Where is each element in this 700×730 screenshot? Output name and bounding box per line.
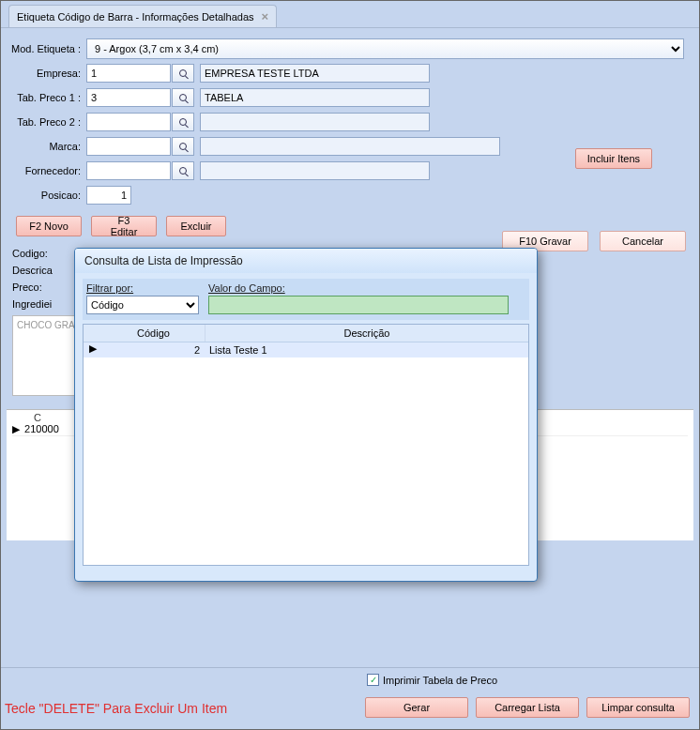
grid-col-code: C [34, 412, 41, 423]
active-tab[interactable]: Etiqueta Código de Barra - Informações D… [8, 5, 277, 27]
col-codigo-header: Código [102, 325, 205, 342]
col-descricao-header: Descrição [205, 325, 528, 342]
tab-preco1-label: Tab. Preco 1 : [7, 92, 86, 103]
search-icon [179, 69, 187, 77]
filtrar-por-label: Filtrar por: [86, 282, 199, 294]
tab-preco1-input[interactable] [86, 88, 171, 107]
dialog-title: Consulta de Lista de Impressão [75, 249, 537, 273]
tab-preco2-desc [200, 113, 430, 131]
excluir-button[interactable]: Excluir [166, 216, 226, 236]
search-icon [179, 94, 187, 101]
imprimir-tabela-label: Imprimir Tabela de Preco [383, 675, 497, 686]
mod-etiqueta-label: Mod. Etiqueta : [7, 43, 86, 54]
tab-title: Etiqueta Código de Barra - Informações D… [17, 11, 254, 23]
valor-campo-label: Valor do Campo: [208, 282, 525, 294]
fornecedor-label: Fornecedor: [7, 165, 86, 176]
search-icon [179, 167, 187, 175]
codigo-label: Codigo: [12, 248, 78, 259]
posicao-label: Posicao: [7, 190, 86, 201]
marca-lookup-button[interactable] [172, 137, 194, 156]
consulta-lista-dialog: Consulta de Lista de Impressão Filtrar p… [74, 248, 538, 582]
incluir-itens-button[interactable]: Incluir Itens [575, 148, 652, 169]
fornecedor-lookup-button[interactable] [172, 161, 194, 180]
descricao-label: Descrica [12, 265, 78, 276]
fornecedor-desc [200, 161, 430, 180]
empresa-input[interactable] [86, 64, 171, 83]
gerar-button[interactable]: Gerar [365, 697, 468, 718]
tab-preco1-lookup-button[interactable] [172, 88, 194, 107]
empresa-label: Empresa: [7, 68, 86, 79]
ingredientes-label: Ingrediei [12, 298, 78, 310]
filtrar-por-select[interactable]: Código [86, 296, 199, 314]
f3-editar-button[interactable]: F3 Editar [91, 216, 157, 236]
empresa-desc [200, 64, 430, 83]
delete-hint: Tecle "DELETE" Para Excluir Um Item [5, 701, 227, 716]
tab-preco2-lookup-button[interactable] [172, 113, 194, 131]
posicao-input[interactable] [86, 186, 131, 205]
cell-descricao: Lista Teste 1 [205, 342, 528, 357]
marca-label: Marca: [7, 141, 86, 152]
marca-input[interactable] [86, 137, 171, 156]
valor-campo-input[interactable] [208, 296, 509, 314]
empresa-lookup-button[interactable] [172, 64, 194, 83]
search-icon [179, 118, 187, 126]
row-marker-icon: ▶ [84, 342, 102, 357]
grid-cell-code: 210000 [24, 423, 59, 434]
mod-etiqueta-select[interactable]: 9 - Argox (3,7 cm x 3,4 cm) [86, 38, 684, 59]
tab-preco2-label: Tab. Preco 2 : [7, 116, 86, 128]
preco-label: Preco: [12, 281, 78, 293]
tab-preco2-input[interactable] [86, 113, 171, 131]
carregar-lista-button[interactable]: Carregar Lista [476, 697, 579, 718]
cell-codigo: 2 [102, 342, 205, 357]
cancelar-button[interactable]: Cancelar [600, 231, 686, 251]
imprimir-tabela-checkbox[interactable]: ✓ [367, 674, 379, 686]
row-marker-icon: ▶ [12, 423, 22, 435]
f2-novo-button[interactable]: F2 Novo [16, 216, 82, 236]
search-icon [179, 143, 187, 150]
tab-preco1-desc [200, 88, 430, 107]
limpar-consulta-button[interactable]: Limpar consulta [586, 697, 690, 718]
marca-desc [200, 137, 500, 156]
fornecedor-input[interactable] [86, 161, 171, 180]
table-row[interactable]: ▶ 2 Lista Teste 1 [84, 342, 528, 357]
lista-grid[interactable]: Código Descrição ▶ 2 Lista Teste 1 [83, 324, 529, 566]
close-icon[interactable]: × [262, 9, 269, 23]
